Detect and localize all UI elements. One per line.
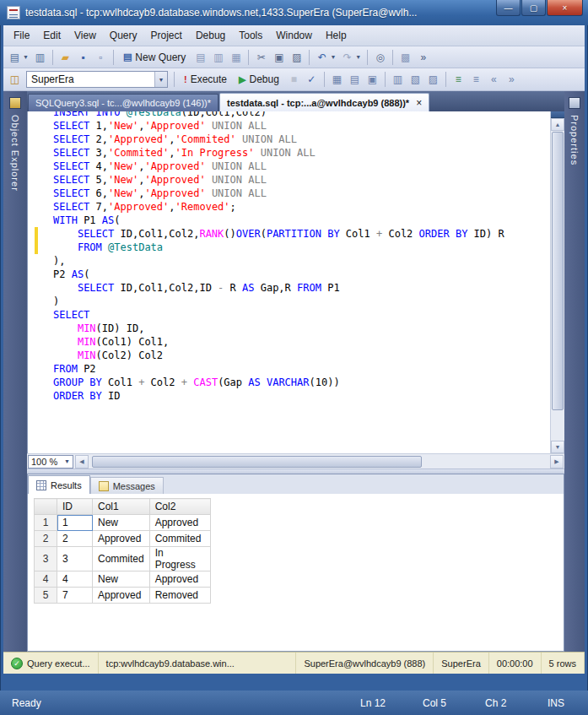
undo-icon-caret[interactable]: ▼ [330, 54, 336, 60]
code-token: Col1 [340, 228, 376, 240]
grid-column-header[interactable]: ID [57, 499, 93, 515]
decrease-indent-icon[interactable]: « [486, 72, 502, 88]
grid-cell[interactable]: Commited [93, 547, 150, 571]
menu-item-help[interactable]: Help [319, 27, 353, 44]
database-engine-query-icon[interactable]: ▤ [192, 49, 208, 65]
open-file-icon[interactable]: ▰ [57, 49, 73, 65]
menu-item-edit[interactable]: Edit [36, 27, 67, 44]
code-token: 'New' [108, 120, 138, 132]
grid-cell[interactable]: Approved [93, 588, 150, 604]
save-icon[interactable]: ▪ [75, 49, 91, 65]
tab-messages[interactable]: Messages [90, 477, 164, 494]
zoom-control[interactable]: 100 % ▼ [28, 455, 73, 469]
grid-cell[interactable]: 3 [57, 547, 93, 571]
menu-item-project[interactable]: Project [144, 27, 189, 44]
estimated-plan-icon[interactable]: ▦ [329, 72, 345, 88]
maximize-button[interactable]: ▢ [521, 0, 546, 16]
redo-icon[interactable]: ↷ [339, 49, 355, 65]
activity-monitor-icon[interactable]: ▩ [397, 49, 413, 65]
document-tab-1[interactable]: SQLQuery3.sql - tc...@wvlhdcayb9 (146))* [28, 94, 218, 111]
grid-cell[interactable]: Removed [149, 588, 210, 604]
comment-icon[interactable]: ≡ [450, 72, 467, 88]
uncomment-icon[interactable]: ≡ [468, 72, 484, 88]
tab-results[interactable]: Results [28, 475, 90, 494]
query-status-login: SuperEra@wvlhdcayb9 (888) [296, 653, 434, 674]
grid-row-header[interactable]: 2 [35, 531, 57, 547]
new-query-shortcut-icon-caret[interactable]: ▼ [23, 54, 29, 60]
vertical-scroll-thumb[interactable] [552, 132, 564, 410]
paste-icon[interactable]: ▨ [289, 49, 305, 65]
grid-cell[interactable]: 2 [57, 531, 93, 547]
close-button[interactable]: × [547, 0, 583, 16]
code-token: ID) R [467, 228, 504, 240]
grid-cell[interactable]: Approved [149, 515, 210, 531]
grid-column-header[interactable]: Col2 [149, 499, 210, 515]
grid-cell[interactable]: 1 [57, 515, 93, 531]
increase-indent-icon[interactable]: » [504, 72, 520, 88]
editor-split-handle[interactable] [551, 111, 564, 118]
template-parameters-icon[interactable]: ▥ [390, 72, 406, 88]
menu-item-tools[interactable]: Tools [232, 27, 269, 44]
sql-editor[interactable]: INSERT INTO @TestData(ID,Col1,Col2)SELEC… [28, 111, 550, 453]
grid-cell[interactable]: 7 [57, 588, 93, 604]
client-statistics-icon[interactable]: ▨ [425, 72, 441, 88]
parse-icon[interactable]: ✓ [304, 72, 320, 88]
grid-cell[interactable]: Approved [93, 531, 150, 547]
results-grid: IDCol1Col211NewApproved22ApprovedCommite… [34, 498, 211, 604]
scroll-left-icon[interactable]: ◀ [75, 455, 89, 469]
menu-item-window[interactable]: Window [269, 27, 319, 44]
actual-plan-icon[interactable]: ▧ [407, 72, 423, 88]
menu-item-view[interactable]: View [67, 27, 103, 44]
editor-vertical-scrollbar[interactable]: ▲ ▼ [550, 111, 564, 453]
grid-cell[interactable]: New [93, 515, 150, 531]
redo-icon-caret[interactable]: ▼ [355, 54, 361, 60]
database-combobox[interactable]: SuperEra▼ [26, 71, 168, 88]
cut-icon[interactable]: ✂ [253, 49, 269, 65]
print-icon[interactable]: ▫ [93, 49, 109, 65]
properties-strip[interactable]: Properties [564, 91, 585, 652]
grid-row-header[interactable]: 5 [35, 588, 57, 604]
undo-icon[interactable]: ↶ [314, 49, 330, 65]
scroll-down-icon[interactable]: ▼ [551, 441, 564, 453]
grid-row-header[interactable]: 1 [35, 515, 57, 531]
editor-horizontal-scrollbar[interactable] [90, 455, 548, 469]
grid-cell[interactable]: Approved [149, 571, 210, 588]
intellisense-icon[interactable]: ▣ [364, 72, 380, 88]
grid-column-header[interactable]: Col1 [93, 499, 150, 515]
document-tab-2[interactable]: testdata.sql - tcp:...a@wvlhdcayb9 (888)… [219, 93, 429, 111]
minimize-button[interactable]: — [496, 0, 521, 16]
new-query-shortcut-icon[interactable]: ▤ [7, 49, 23, 65]
debug-button[interactable]: ▶Debug [234, 72, 284, 87]
menu-item-file[interactable]: File [7, 27, 36, 44]
execute-button[interactable]: !Execute [179, 72, 232, 87]
grid-cell[interactable]: In Progress [149, 547, 210, 571]
stop-icon[interactable]: ■ [286, 72, 302, 88]
find-icon[interactable]: ◎ [372, 49, 388, 65]
grid-cell[interactable]: New [93, 571, 150, 588]
grid-row-header[interactable]: 3 [35, 547, 57, 571]
new-query-button[interactable]: ▤New Query [118, 50, 191, 65]
grid-cell[interactable]: 4 [57, 571, 93, 588]
menu-item-debug[interactable]: Debug [189, 27, 232, 44]
copy-icon[interactable]: ▣ [271, 49, 287, 65]
scroll-up-icon[interactable]: ▲ [551, 118, 564, 131]
scroll-right-icon[interactable]: ▶ [550, 455, 564, 469]
menu-bar: FileEditViewQueryProjectDebugToolsWindow… [3, 25, 585, 46]
menu-item-query[interactable]: Query [103, 27, 144, 44]
horizontal-scroll-thumb[interactable] [92, 456, 422, 468]
change-connection-icon[interactable]: ◫ [7, 72, 23, 88]
grid-corner-cell[interactable] [35, 499, 57, 515]
analysis-services-query-icon[interactable]: ▥ [210, 49, 226, 65]
query-options-icon[interactable]: ▤ [347, 72, 363, 88]
object-explorer-strip[interactable]: Object Explorer [3, 91, 27, 652]
title-bar[interactable]: testdata.sql - tcp:wvlhdcayb9.database.w… [0, 0, 588, 25]
grid-cell[interactable]: Commited [149, 531, 210, 547]
code-token: (Col1) Col1, [96, 336, 170, 348]
code-token: ( [261, 228, 267, 240]
chevron-down-icon[interactable]: ▼ [154, 72, 167, 87]
open-recent-icon[interactable]: ▥ [32, 49, 48, 65]
grid-row-header[interactable]: 4 [35, 571, 57, 588]
toolbar-overflow-icon[interactable]: » [415, 49, 431, 65]
close-tab-icon[interactable]: × [416, 97, 422, 109]
xmla-query-icon[interactable]: ▦ [228, 49, 244, 65]
